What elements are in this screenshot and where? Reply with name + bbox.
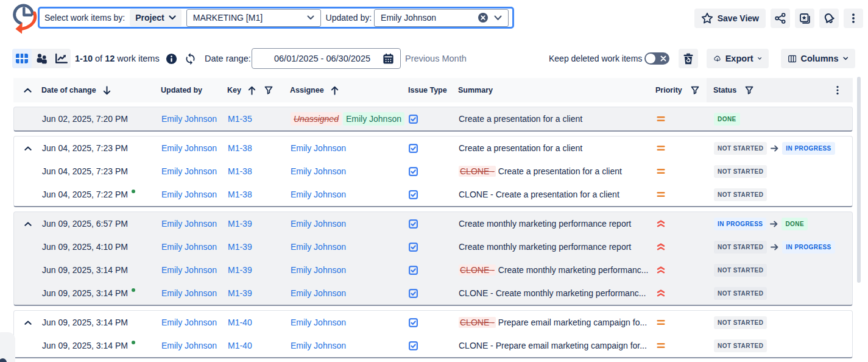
priority-cell bbox=[649, 243, 707, 250]
issue-type-cell bbox=[405, 266, 454, 275]
table-row[interactable]: Jun 09, 2025, 3:14 PMEmily JohnsonM1-39E… bbox=[14, 282, 852, 305]
column-header-key[interactable]: Key bbox=[227, 86, 290, 95]
filter-mode-dropdown[interactable]: Project bbox=[130, 9, 181, 26]
work-item-key-link[interactable]: M1-38 bbox=[228, 166, 252, 176]
updated-by-user-link[interactable]: Emily Johnson bbox=[161, 242, 217, 252]
summary-cell: Create a presentation for a client bbox=[454, 143, 649, 153]
work-item-key-link[interactable]: M1-40 bbox=[228, 341, 252, 350]
date-range-input[interactable]: 06/01/2025 - 06/30/2025 bbox=[252, 48, 401, 69]
sort-asc-icon[interactable] bbox=[331, 86, 339, 95]
table-row[interactable]: Jun 09, 2025, 3:14 PMEmily JohnsonM1-40E… bbox=[14, 334, 852, 357]
previous-month-link[interactable]: Previous Month bbox=[405, 48, 467, 69]
chevron-up-icon bbox=[24, 222, 32, 226]
export-button[interactable]: Export bbox=[707, 49, 769, 68]
people-view-tab[interactable] bbox=[32, 49, 51, 68]
header-more-menu-button[interactable] bbox=[816, 85, 853, 95]
key-cell: M1-39 bbox=[228, 265, 291, 275]
work-item-key-link[interactable]: M1-38 bbox=[228, 143, 252, 153]
work-item-key-link[interactable]: M1-39 bbox=[228, 265, 252, 275]
table-row[interactable]: Jun 09, 2025, 4:10 PMEmily JohnsonM1-39E… bbox=[14, 235, 852, 258]
work-item-key-link[interactable]: M1-39 bbox=[228, 219, 252, 229]
column-header-priority[interactable]: Priority bbox=[648, 86, 707, 94]
table-view-tab[interactable] bbox=[12, 49, 32, 68]
updated-by-user-link[interactable]: Emily Johnson bbox=[161, 288, 217, 298]
more-actions-button[interactable] bbox=[844, 9, 863, 28]
updated-by-user-link[interactable]: Emily Johnson bbox=[161, 166, 217, 176]
column-header-date[interactable]: Date of change bbox=[41, 86, 161, 95]
updated-by-user-link[interactable]: Emily Johnson bbox=[161, 318, 217, 327]
assignee-user-link[interactable]: Emily Johnson bbox=[291, 318, 346, 327]
chevron-down-icon[interactable] bbox=[494, 15, 502, 21]
deleted-items-trash-button[interactable] bbox=[679, 49, 698, 68]
assignee-user-link[interactable]: Emily Johnson bbox=[291, 190, 346, 199]
clear-icon[interactable] bbox=[478, 12, 489, 23]
table-body: Jun 02, 2025, 7:20 PMEmily JohnsonM1-35U… bbox=[13, 107, 853, 358]
notifications-button[interactable] bbox=[819, 9, 839, 28]
updated-by-user-link[interactable]: Emily Johnson bbox=[161, 143, 217, 153]
status-badge: NOT STARTED bbox=[714, 287, 767, 300]
work-item-key-link[interactable]: M1-39 bbox=[228, 288, 252, 298]
task-issue-type-icon bbox=[409, 318, 418, 327]
priority-medium-icon bbox=[657, 342, 665, 349]
save-view-button[interactable]: Save View bbox=[694, 9, 766, 28]
column-header-summary[interactable]: Summary bbox=[453, 86, 648, 94]
saved-views-button[interactable] bbox=[795, 9, 814, 28]
row-expand-cell[interactable] bbox=[14, 321, 42, 325]
table-row[interactable]: Jun 02, 2025, 7:20 PMEmily JohnsonM1-35U… bbox=[14, 107, 852, 130]
chart-view-tab[interactable] bbox=[51, 49, 71, 68]
assignee-user-link[interactable]: Emily Johnson bbox=[291, 341, 346, 350]
updated-by-user-link[interactable]: Emily Johnson bbox=[161, 114, 217, 124]
table-row[interactable]: Jun 09, 2025, 3:14 PMEmily JohnsonM1-40E… bbox=[14, 311, 852, 334]
date-of-change-cell: Jun 09, 2025, 3:14 PM bbox=[42, 265, 161, 275]
refresh-button[interactable] bbox=[184, 48, 197, 69]
share-button[interactable] bbox=[771, 9, 790, 28]
vertical-scrollbar[interactable] bbox=[857, 77, 861, 283]
table-row[interactable]: Jun 04, 2025, 7:23 PMEmily JohnsonM1-38E… bbox=[14, 160, 852, 183]
info-button[interactable] bbox=[166, 48, 177, 69]
filter-funnel-icon[interactable] bbox=[745, 86, 753, 94]
task-issue-type-icon bbox=[409, 341, 418, 350]
table-row[interactable]: Jun 09, 2025, 3:14 PMEmily JohnsonM1-39E… bbox=[14, 258, 852, 282]
updated-by-select[interactable]: Emily Johnson bbox=[374, 9, 509, 27]
assignee-user-link[interactable]: Emily Johnson bbox=[291, 288, 346, 298]
columns-button[interactable]: Columns bbox=[781, 49, 855, 68]
project-select[interactable]: MARKETING [M1] bbox=[186, 9, 321, 27]
keep-deleted-toggle[interactable] bbox=[644, 52, 669, 65]
task-issue-type-icon bbox=[409, 219, 418, 229]
status-badge: NOT STARTED bbox=[714, 339, 767, 352]
updated-by-user-link[interactable]: Emily Johnson bbox=[161, 219, 217, 229]
work-item-key-link[interactable]: M1-38 bbox=[228, 190, 252, 199]
date-of-change-value: Jun 04, 2025, 7:23 PM bbox=[42, 166, 128, 176]
table-row[interactable]: Jun 04, 2025, 7:22 PMEmily JohnsonM1-38E… bbox=[14, 183, 852, 206]
row-expand-cell[interactable] bbox=[14, 146, 42, 151]
assignee-user-link[interactable]: Emily Johnson bbox=[291, 166, 346, 176]
collapse-all-button[interactable] bbox=[13, 88, 41, 93]
updated-by-user-link[interactable]: Emily Johnson bbox=[161, 341, 217, 350]
row-expand-cell[interactable] bbox=[14, 222, 42, 226]
work-item-key-link[interactable]: M1-40 bbox=[228, 318, 252, 327]
assignee-user-link[interactable]: Emily Johnson bbox=[291, 219, 346, 229]
column-header-updated-by[interactable]: Updated by bbox=[161, 86, 227, 94]
filter-funnel-icon[interactable] bbox=[264, 86, 273, 94]
updated-by-user-link[interactable]: Emily Johnson bbox=[161, 265, 217, 275]
summary-text: Create monthly marketing performance rep… bbox=[459, 219, 631, 229]
table-row[interactable]: Jun 09, 2025, 6:57 PMEmily JohnsonM1-39E… bbox=[14, 212, 852, 235]
assignee-user-link[interactable]: Emily Johnson bbox=[291, 143, 346, 153]
assignee-user-link[interactable]: Emily Johnson bbox=[291, 242, 346, 252]
sort-asc-icon[interactable] bbox=[248, 86, 256, 95]
column-header-assignee-label: Assignee bbox=[290, 86, 324, 94]
assignee-user-link[interactable]: Emily Johnson bbox=[291, 265, 346, 275]
sort-desc-icon[interactable] bbox=[103, 86, 111, 95]
column-header-status[interactable]: Status bbox=[707, 86, 816, 94]
updated-by-cell: Emily Johnson bbox=[161, 288, 228, 298]
work-item-group: Jun 09, 2025, 3:14 PMEmily JohnsonM1-40E… bbox=[13, 310, 853, 358]
work-item-key-link[interactable]: M1-35 bbox=[228, 114, 252, 124]
column-header-assignee[interactable]: Assignee bbox=[290, 86, 404, 95]
filter-funnel-icon[interactable] bbox=[691, 86, 699, 94]
bottom-left-floating-chip[interactable] bbox=[0, 332, 15, 362]
updated-by-user-link[interactable]: Emily Johnson bbox=[161, 190, 217, 199]
column-header-issue-type[interactable]: Issue Type bbox=[404, 86, 453, 94]
work-item-key-link[interactable]: M1-39 bbox=[228, 242, 252, 252]
table-row[interactable]: Jun 04, 2025, 7:23 PMEmily JohnsonM1-38E… bbox=[14, 137, 852, 160]
priority-medium-icon bbox=[657, 168, 665, 174]
